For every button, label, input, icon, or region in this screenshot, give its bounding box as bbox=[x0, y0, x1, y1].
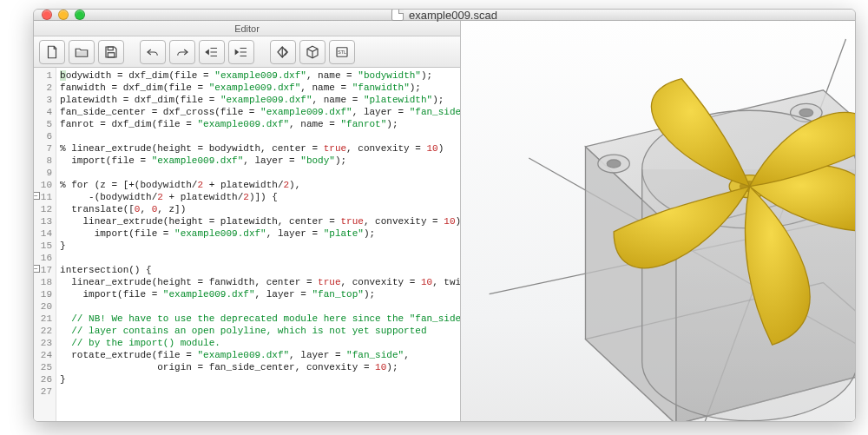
code-editor[interactable]: 1234567891011−121314151617−1819202122232… bbox=[34, 68, 460, 422]
unindent-button[interactable] bbox=[199, 40, 225, 64]
svg-text:STL: STL bbox=[338, 49, 346, 55]
minimize-icon[interactable] bbox=[58, 10, 69, 20]
editor-toolbar: STL bbox=[34, 36, 460, 68]
redo-button[interactable] bbox=[169, 40, 195, 64]
editor-pane: Editor bbox=[34, 21, 461, 422]
render-view[interactable]: x y z bbox=[461, 21, 855, 422]
line-gutter: 1234567891011−121314151617−1819202122232… bbox=[34, 68, 56, 422]
render-button[interactable] bbox=[299, 40, 326, 64]
save-button[interactable] bbox=[98, 40, 124, 64]
svg-point-15 bbox=[607, 160, 621, 168]
code-content[interactable]: bodywidth = dxf_dim(file = "example009.d… bbox=[56, 68, 460, 422]
preview-button[interactable] bbox=[270, 40, 296, 64]
indent-button[interactable] bbox=[228, 40, 254, 64]
titlebar: example009.scad bbox=[34, 10, 855, 21]
viewport-pane: x y z bbox=[461, 21, 855, 422]
zoom-icon[interactable] bbox=[75, 10, 85, 20]
render-svg bbox=[461, 21, 855, 422]
export-stl-button[interactable]: STL bbox=[329, 40, 355, 64]
open-button[interactable] bbox=[69, 40, 95, 64]
editor-panel-title: Editor bbox=[34, 21, 460, 36]
undo-button[interactable] bbox=[140, 40, 166, 64]
window-title: example009.scad bbox=[409, 9, 497, 22]
close-icon[interactable] bbox=[42, 10, 52, 20]
svg-point-16 bbox=[799, 109, 813, 116]
app-window: example009.scad Editor bbox=[33, 9, 856, 422]
new-button[interactable] bbox=[39, 40, 65, 64]
document-icon bbox=[391, 9, 404, 21]
svg-rect-1 bbox=[108, 52, 115, 56]
svg-rect-0 bbox=[108, 47, 113, 50]
